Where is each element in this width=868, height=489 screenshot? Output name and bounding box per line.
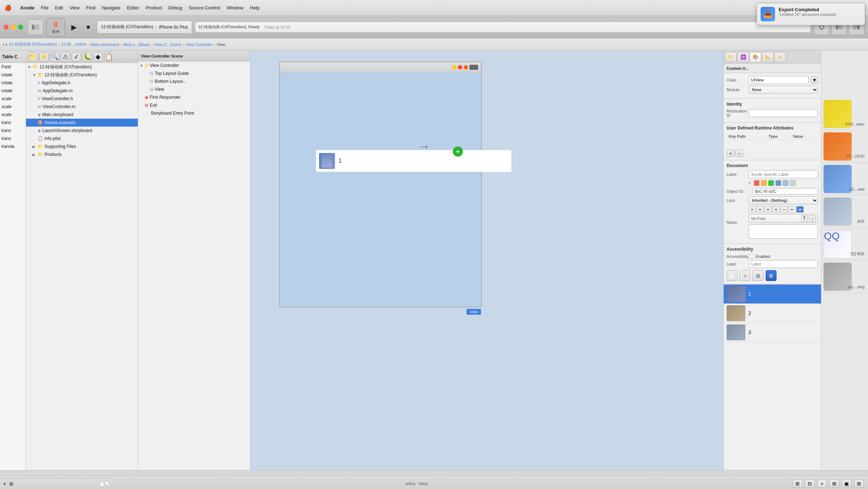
- file-supporting-files[interactable]: ▶ 📁 Supporting Files: [26, 143, 138, 150]
- color-swatch-green[interactable]: [768, 180, 774, 186]
- maximize-button[interactable]: [18, 25, 23, 30]
- menu-editor[interactable]: Editor: [127, 5, 139, 10]
- menu-product[interactable]: Product: [146, 5, 162, 10]
- nav-tab-folders[interactable]: 📁: [28, 52, 38, 61]
- far-right-item-1[interactable]: KXSi...aster: [821, 98, 868, 130]
- color-swatch-lightblue[interactable]: [783, 180, 788, 186]
- menu-help[interactable]: Help: [250, 5, 260, 10]
- attr-add-button[interactable]: +: [727, 150, 735, 157]
- lock-select[interactable]: Inherited - (Nothing): [749, 196, 818, 204]
- zoom-out-button[interactable]: ⊞: [830, 480, 839, 488]
- acc-enabled-checkbox[interactable]: [749, 254, 753, 259]
- notes-btn-dash[interactable]: —: [780, 206, 788, 213]
- nav-tab-report[interactable]: 📋: [104, 52, 114, 61]
- attr-remove-button[interactable]: –: [735, 150, 743, 157]
- notes-btn-edit[interactable]: ✏: [788, 206, 796, 213]
- scene-viewcontroller[interactable]: ▼ ⊞ View Controller: [138, 61, 250, 69]
- acc-label-input[interactable]: [749, 260, 818, 268]
- scene-first-responder[interactable]: ◉ First Responder: [138, 93, 250, 101]
- table-c-field[interactable]: Field: [0, 63, 26, 71]
- scheme-selector[interactable]: 12-转场动画 (CATransition) › iPhone 6s Plus: [97, 21, 192, 34]
- file-appdelegate-m[interactable]: m AppDelegate.m: [26, 87, 138, 95]
- far-right-item-5[interactable]: QQ QQ 框架: [821, 228, 868, 260]
- color-swatch-blue[interactable]: [775, 180, 781, 186]
- nav-tab-breakpoints[interactable]: ◆: [93, 52, 103, 61]
- nav-back-button[interactable]: ‹: [3, 42, 4, 47]
- inspector-tab-attributes[interactable]: 🎨: [750, 52, 761, 62]
- file-main-storyboard[interactable]: ◈ Main.storyboard: [26, 111, 138, 119]
- menu-file[interactable]: File: [41, 5, 48, 10]
- fit-button[interactable]: ⊟: [805, 480, 814, 488]
- stop-button[interactable]: ⏸ 暂停: [46, 18, 65, 37]
- file-appdelegate-h[interactable]: h AppDelegate.h: [26, 79, 138, 87]
- nav-tab-symbols[interactable]: ⚡: [39, 52, 48, 61]
- menu-navigate[interactable]: Navigate: [102, 5, 120, 10]
- image-strip-2[interactable]: 2: [724, 304, 821, 323]
- scene-top-layout[interactable]: ⊟ Top Layout Guide: [138, 69, 250, 77]
- far-right-item-3[interactable]: ZJL...etail: [821, 163, 868, 195]
- menu-window[interactable]: Window: [227, 5, 243, 10]
- menu-xcode[interactable]: Xcode: [20, 5, 34, 10]
- apple-menu[interactable]: 🍎: [4, 4, 12, 11]
- doc-label-input[interactable]: [749, 170, 818, 178]
- notes-font-stepper-down[interactable]: ↓: [809, 215, 816, 222]
- menu-edit[interactable]: Edit: [55, 5, 63, 10]
- acc-icon-target[interactable]: ◎: [753, 270, 763, 281]
- image-strip-3[interactable]: 3: [724, 323, 821, 342]
- table-c-transla[interactable]: transla: [0, 143, 26, 150]
- breadcrumb-item-2[interactable]: 12-转…nsition: [61, 42, 86, 47]
- notes-text-area[interactable]: [749, 224, 818, 239]
- device-content[interactable]: 1: [280, 72, 481, 307]
- table-cell[interactable]: 1: [316, 150, 511, 172]
- color-swatch-gray[interactable]: [790, 180, 796, 186]
- notes-btn-grid[interactable]: ⊞: [796, 206, 804, 213]
- inspector-tab-file[interactable]: 📁: [725, 52, 737, 62]
- breadcrumb-item-6[interactable]: View Controller: [186, 42, 212, 47]
- storyboard-canvas[interactable]: 1 View → +: [250, 51, 723, 470]
- table-c-trans2[interactable]: trans: [0, 127, 26, 135]
- inspector-toggle-button[interactable]: ▣: [842, 480, 851, 488]
- table-c-rotate3[interactable]: rotate: [0, 87, 26, 95]
- menu-find[interactable]: Find: [86, 5, 95, 10]
- scene-bottom-layout[interactable]: ⊟ Bottom Layout...: [138, 77, 250, 85]
- module-select[interactable]: None: [749, 86, 818, 94]
- notes-btn-4[interactable]: ≡: [773, 206, 780, 213]
- project-group[interactable]: ▼ 📁 12-转场动画 (CATransition): [26, 63, 138, 71]
- class-expand-button[interactable]: ▼: [811, 76, 818, 84]
- file-info-plist[interactable]: 📋 Info.plist: [26, 135, 138, 143]
- nav-tab-search[interactable]: 🔍: [50, 52, 59, 61]
- acc-icon-circle[interactable]: ○: [740, 270, 750, 281]
- scene-view[interactable]: ⊟ View: [138, 85, 250, 93]
- file-viewcontroller-h[interactable]: h ViewController.h: [26, 95, 138, 103]
- close-button[interactable]: [4, 25, 9, 30]
- table-c-scale3[interactable]: scale: [0, 111, 26, 119]
- notes-btn-3[interactable]: ≡: [765, 206, 772, 213]
- scene-exit[interactable]: ⊠ Exit: [138, 101, 250, 109]
- play-button[interactable]: ▶: [68, 21, 80, 33]
- zoom-in-button[interactable]: +: [817, 480, 827, 488]
- table-c-rotate1[interactable]: rotate: [0, 71, 26, 79]
- breadcrumb-item-3[interactable]: Main.storyboard: [90, 42, 119, 47]
- acc-icon-doc[interactable]: 📄: [727, 270, 737, 281]
- inspector-tab-size[interactable]: 📐: [762, 52, 774, 62]
- file-assets[interactable]: 🎨 Assets.xcassets: [26, 119, 138, 127]
- breadcrumb-item-1[interactable]: 12-转场动画 (CATransition): [9, 42, 57, 47]
- resize-button[interactable]: ⊞: [854, 480, 864, 488]
- stop-square-button[interactable]: ■: [82, 21, 94, 33]
- notes-btn-1[interactable]: ≡: [749, 206, 756, 213]
- notes-btn-2[interactable]: ≡: [757, 206, 764, 213]
- table-c-scale2[interactable]: scale: [0, 103, 26, 111]
- nav-tab-warnings[interactable]: ⚠: [61, 52, 70, 61]
- sidebar-toggle-button[interactable]: [27, 19, 43, 35]
- acc-icon-grid[interactable]: ⊞: [766, 270, 776, 281]
- project-subgroup[interactable]: ▼ 📁 12-转场动画 (CATransition): [26, 71, 138, 79]
- breadcrumb-item-4[interactable]: Main.s...(Base): [123, 42, 150, 47]
- nav-tab-tests[interactable]: ✓: [72, 52, 81, 61]
- minimize-button[interactable]: [11, 25, 16, 30]
- table-c-trans3[interactable]: trans: [0, 135, 26, 143]
- grid-view-button[interactable]: ⊞: [793, 480, 802, 488]
- horizontal-scrollbar[interactable]: [0, 470, 868, 475]
- table-c-scale1[interactable]: scale: [0, 95, 26, 103]
- color-swatch-red[interactable]: [754, 180, 760, 186]
- notes-font-stepper-up[interactable]: T: [801, 215, 808, 222]
